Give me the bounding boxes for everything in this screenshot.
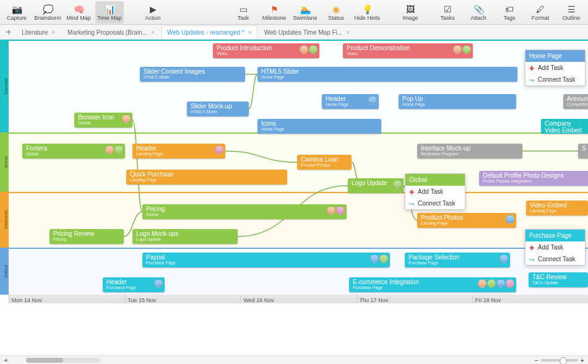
task-bar[interactable]: Product IntroductionVideo <box>213 43 319 58</box>
swimlane-label[interactable]: Arthur <box>0 248 9 295</box>
avatar <box>453 45 462 54</box>
brainstorm-button[interactable]: 💭Brainstorm <box>33 1 62 24</box>
timemap-icon: 📊 <box>104 4 115 15</box>
document-tab[interactable]: Web Updates Time Map Fi...× <box>259 25 355 39</box>
format-icon: 🖊 <box>535 4 546 15</box>
task-bar[interactable]: HeaderHome Page <box>322 94 379 109</box>
swimlane-label[interactable]: Anna <box>0 132 9 192</box>
avatar <box>379 254 388 263</box>
swimlane-button[interactable]: 🏊Swimlane <box>291 1 319 24</box>
tabbar: + Literature×Marketing Proposals (Brain.… <box>0 25 588 40</box>
task-bar[interactable]: AnnouncementCompetition <box>563 94 588 109</box>
avatar <box>496 279 505 288</box>
image-button[interactable]: 🖼Image <box>396 1 425 24</box>
task-bar[interactable]: Product PhotosLanding Page <box>417 213 516 228</box>
task-bar[interactable]: Browser IconGlobal <box>74 113 132 128</box>
image-icon: 🖼 <box>405 4 416 15</box>
avatar <box>370 254 379 263</box>
avatar <box>154 279 163 288</box>
close-icon[interactable]: × <box>346 29 350 36</box>
swimlane-label[interactable]: Samuel <box>0 40 9 132</box>
add-task-item[interactable]: ✚Add Task <box>405 186 465 197</box>
document-tab[interactable]: Marketing Proposals (Brain...× <box>62 25 160 39</box>
action-button[interactable]: ▶Action <box>139 1 167 24</box>
task-bar[interactable]: E-commerce IntegrationPurchase Page <box>349 277 516 292</box>
capture-button[interactable]: 📷Capture <box>2 1 31 24</box>
task-bar[interactable]: PaypalPurchase Page <box>142 253 390 267</box>
task-bar[interactable]: Camera LoanProduct Photos <box>297 155 352 170</box>
task-bar[interactable]: Logo Mock-upsLogo Update <box>132 229 238 244</box>
connect-task-item[interactable]: ↪Connect Task <box>405 197 465 209</box>
task-bar[interactable]: HeaderPurchase Page <box>103 277 165 292</box>
attach-button[interactable]: 📎Attach <box>464 1 493 24</box>
task-bar[interactable]: Default Profile Photo DesignsProfile Pho… <box>479 171 588 186</box>
outline-button[interactable]: ☰Outline <box>557 1 586 24</box>
date-axis: Mon 14 NovTue 15 NovWed 16 NovThu 17 Nov… <box>9 295 588 303</box>
task-bar[interactable]: Quick PurchaseLanding Page <box>126 170 287 184</box>
task-bar[interactable]: Pop UpHome Page <box>399 94 516 109</box>
milestone-button[interactable]: ⚑Milestone <box>260 1 288 24</box>
task-bar[interactable]: Product DemonstrationVideo <box>343 43 473 58</box>
close-icon[interactable]: × <box>151 29 155 36</box>
connect-task-item[interactable]: ↪Connect Task <box>525 253 585 265</box>
hint-icon: 💡 <box>361 4 373 15</box>
tags-button[interactable]: 🏷Tags <box>495 1 524 24</box>
date-header: Tue 15 Nov <box>124 295 240 303</box>
close-icon[interactable]: × <box>248 29 252 36</box>
task-bar[interactable]: HTML5 SliderHome Page <box>257 67 517 82</box>
brainstorm-icon: 💭 <box>42 4 53 15</box>
task-bar[interactable]: PricingGlobal <box>142 204 347 219</box>
task-bar[interactable]: Company Video EmbedAbout Us <box>541 119 588 134</box>
plus-icon: ✚ <box>529 65 535 71</box>
task-bar[interactable]: IconsHome Page <box>257 119 381 134</box>
mindmap-icon: 🧠 <box>73 4 84 15</box>
milestone-icon: ⚑ <box>269 4 280 15</box>
task-bar[interactable]: FootersGlobal <box>22 144 125 158</box>
zoom-out-icon[interactable]: − <box>534 357 538 364</box>
task-bar[interactable]: Slider Content ImagesHTML5 Slider <box>140 67 245 82</box>
task-button[interactable]: ▭Task <box>229 1 257 24</box>
task-popup: Purchase Page✚Add Task↪Connect Task <box>525 229 586 266</box>
avatar <box>309 45 318 54</box>
zoom-slider[interactable] <box>541 359 578 362</box>
connect-icon: ↪ <box>409 201 415 207</box>
task-bar[interactable]: Slider Mock-upHTML5 Slider <box>187 102 249 116</box>
task-bar[interactable]: S <box>578 144 588 158</box>
task-bar[interactable]: Package SelectionPurchase Page <box>405 253 510 267</box>
horizontal-scrollbar[interactable] <box>26 358 100 363</box>
task-bar[interactable]: Interface Mock-upModerator Program <box>417 144 522 158</box>
status-button[interactable]: ◉Status <box>322 1 350 24</box>
timeline-canvas[interactable]: SamuelAnnaDeborahArthur Product Introduc… <box>0 40 588 303</box>
task-popup: Home Page✚Add Task↪Connect Task <box>525 50 586 86</box>
tasks-button[interactable]: ☑Tasks <box>433 1 462 24</box>
document-tab[interactable]: Literature× <box>16 25 61 39</box>
task-bar[interactable]: T&C ReviewT&Cs Update <box>529 272 588 287</box>
status-icon: ◉ <box>331 4 342 15</box>
swimlane-label[interactable]: Deborah <box>0 192 9 248</box>
mindmap-button[interactable]: 🧠Mind Map <box>64 1 93 24</box>
avatar <box>478 279 486 288</box>
avatar <box>462 45 471 54</box>
scroll-left-icon[interactable]: ◂ <box>4 356 7 364</box>
tags-icon: 🏷 <box>504 4 515 15</box>
zoom-control[interactable]: − + <box>534 357 584 364</box>
task-bar[interactable]: HeaderLanding Page <box>132 144 225 158</box>
document-tab[interactable]: Web Updates - rearranged *× <box>162 25 257 39</box>
date-header: Mon 14 Nov <box>9 295 124 303</box>
timemap-button[interactable]: 📊Time Map <box>95 1 124 24</box>
zoom-in-icon[interactable]: + <box>581 357 584 364</box>
hidehints-button[interactable]: 💡Hide Hints <box>353 1 381 24</box>
task-bar[interactable]: Logo Update <box>348 178 404 193</box>
add-task-item[interactable]: ✚Add Task <box>525 241 585 253</box>
avatar <box>115 145 123 154</box>
popup-title: Home Page <box>525 50 585 62</box>
connect-task-item[interactable]: ↪Connect Task <box>525 74 585 85</box>
close-icon[interactable]: × <box>51 29 55 36</box>
popup-title: Purchase Page <box>525 230 585 241</box>
plus-icon: ✚ <box>529 245 535 251</box>
task-bar[interactable]: Pricing ReviewPricing <box>50 229 124 244</box>
format-button[interactable]: 🖊Format <box>526 1 555 24</box>
new-tab-button[interactable]: + <box>2 27 15 38</box>
add-task-item[interactable]: ✚Add Task <box>525 62 585 74</box>
task-bar[interactable]: Video EmbedLanding Page <box>526 201 588 215</box>
